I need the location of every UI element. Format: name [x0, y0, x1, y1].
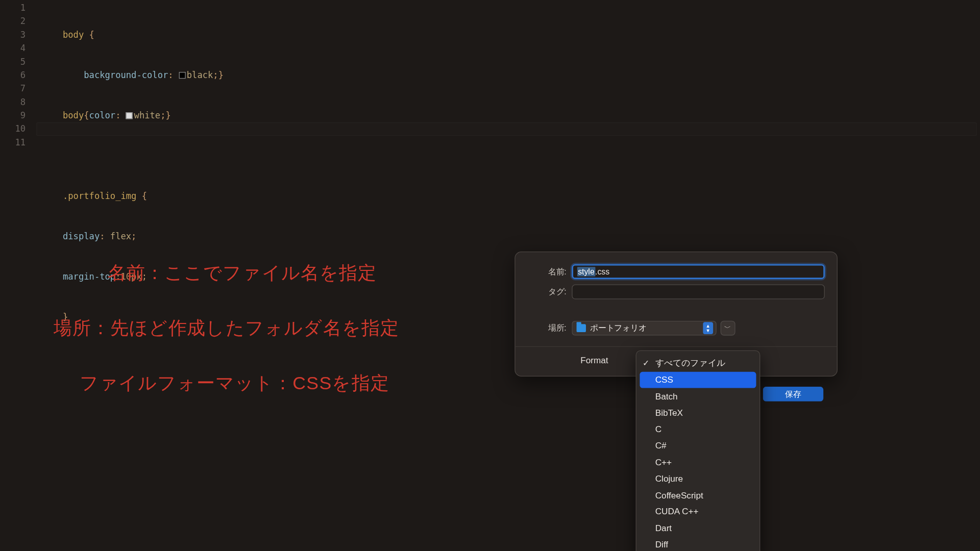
stepper-icon: ▲▼	[703, 322, 713, 334]
save-button[interactable]: 保存	[763, 387, 824, 402]
format-option[interactable]: CSS	[640, 371, 756, 388]
line-number: 9	[0, 109, 34, 122]
css-brace: ;}	[213, 70, 224, 80]
annotation-location: 場所：先ほど作成したフォルダ名を指定	[54, 316, 399, 340]
color-swatch-icon	[126, 112, 133, 119]
format-option[interactable]: すべてのファイル	[636, 355, 760, 371]
format-option[interactable]: Dart	[636, 520, 760, 536]
css-value: flex	[110, 231, 131, 241]
format-option[interactable]: C	[636, 421, 760, 437]
folder-icon	[577, 324, 586, 332]
indent	[42, 70, 84, 80]
line-number-gutter: 1234567891011	[0, 2, 34, 149]
indent	[42, 191, 63, 201]
line-number: 8	[0, 95, 34, 109]
format-label: Format	[527, 355, 608, 365]
css-property: display	[63, 231, 100, 241]
expand-button[interactable]: ﹀	[721, 321, 736, 336]
location-label: 場所:	[527, 322, 566, 334]
code-content: body { background-color: black;} body{co…	[42, 2, 224, 472]
format-option[interactable]: Batch	[636, 388, 760, 404]
chevron-down-icon: ﹀	[724, 323, 731, 333]
css-selector: body	[63, 30, 84, 40]
annotation-format: ファイルフォーマット：CSSを指定	[80, 371, 389, 395]
format-dropdown-menu: すべてのファイルCSSBatchBibTeXCC#C++ClojureCoffe…	[636, 350, 761, 551]
color-swatch-icon	[179, 72, 185, 79]
save-button-label: 保存	[785, 388, 801, 399]
css-value: black	[187, 70, 213, 80]
css-brace: {	[136, 191, 147, 201]
location-value: ポートフォリオ	[590, 322, 647, 334]
format-option[interactable]: CoffeeScript	[636, 487, 760, 503]
css-value: white	[134, 110, 161, 120]
line-number: 4	[0, 42, 34, 55]
line-number: 1	[0, 2, 34, 15]
indent	[42, 231, 63, 241]
css-colon: :	[100, 231, 110, 241]
line-number: 7	[0, 82, 34, 95]
format-option[interactable]: Clojure	[636, 470, 760, 487]
format-option[interactable]: BibTeX	[636, 405, 760, 421]
divider	[516, 346, 837, 347]
css-selector: body	[63, 110, 84, 120]
css-selector: .portfolio_img	[63, 191, 136, 201]
format-option[interactable]: CUDA C++	[636, 504, 760, 520]
css-brace: {	[84, 30, 94, 40]
line-number: 5	[0, 55, 34, 68]
line-number: 6	[0, 68, 34, 82]
filename-ext: .css	[595, 267, 609, 276]
location-select[interactable]: ポートフォリオ ▲▼	[572, 321, 716, 336]
name-label: 名前:	[527, 266, 566, 277]
format-option[interactable]: C#	[636, 437, 760, 454]
filename-selected-text: style	[577, 267, 595, 276]
line-number: 11	[0, 136, 34, 149]
css-colon: :	[168, 70, 179, 80]
tags-label: タグ:	[527, 286, 566, 297]
indent	[42, 271, 63, 282]
line-number: 10	[0, 122, 34, 136]
filename-input[interactable]: style.css	[572, 264, 825, 279]
indent	[42, 110, 63, 120]
css-selector	[42, 30, 63, 40]
css-property: color	[89, 110, 116, 120]
format-option[interactable]: Diff	[636, 536, 760, 551]
annotation-name: 名前：ここでファイル名を指定	[108, 261, 377, 285]
tags-input[interactable]	[572, 285, 825, 299]
format-option[interactable]: C++	[636, 454, 760, 470]
css-property: background-color	[84, 70, 168, 80]
line-number: 2	[0, 15, 34, 28]
line-number: 3	[0, 28, 34, 41]
css-brace: ;}	[160, 110, 171, 120]
css-semi: ;	[131, 231, 136, 241]
css-colon: :	[115, 110, 126, 120]
